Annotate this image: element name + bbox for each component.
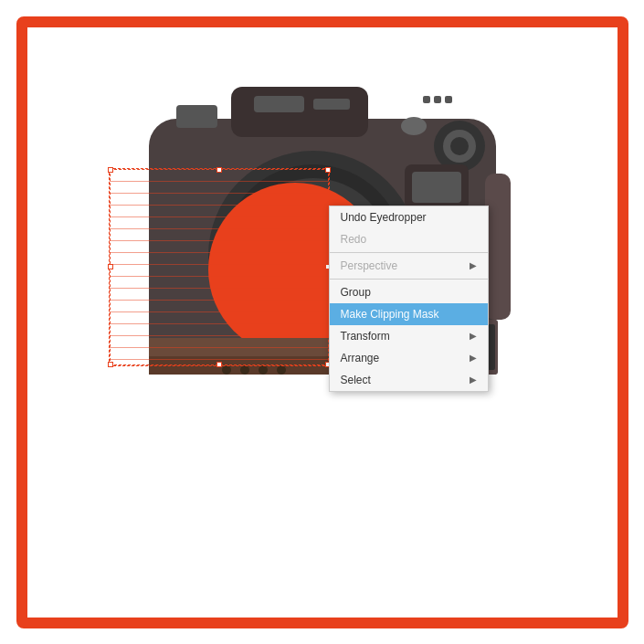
menu-item-transform[interactable]: Transform ▶ [330, 325, 488, 347]
transform-arrow-icon: ▶ [470, 331, 477, 341]
perspective-arrow-icon: ▶ [470, 260, 477, 270]
menu-label-make-clipping-mask: Make Clipping Mask [341, 308, 439, 321]
menu-label-redo: Redo [341, 233, 367, 246]
svg-rect-7 [176, 105, 217, 128]
select-arrow-icon: ▶ [470, 375, 477, 385]
svg-point-25 [277, 365, 286, 375]
menu-item-perspective[interactable]: Perspective ▶ [330, 255, 488, 277]
menu-separator-1 [330, 252, 488, 253]
menu-label-arrange: Arrange [341, 352, 380, 364]
handle-bm[interactable] [216, 362, 222, 367]
handle-bl[interactable] [108, 362, 113, 367]
menu-item-undo[interactable]: Undo Eyedropper [330, 206, 488, 228]
handle-tm[interactable] [216, 167, 222, 173]
svg-rect-19 [485, 174, 511, 320]
menu-label-select: Select [341, 374, 371, 386]
handle-ml[interactable] [108, 264, 113, 269]
canvas-area: Undo Eyedropper Redo Perspective ▶ Group… [27, 27, 618, 618]
svg-point-11 [401, 117, 427, 135]
outer-frame: Undo Eyedropper Redo Perspective ▶ Group… [16, 16, 628, 628]
menu-separator-2 [330, 279, 488, 280]
handle-tr[interactable] [325, 167, 331, 173]
svg-rect-3 [313, 99, 350, 110]
menu-item-redo: Redo [330, 228, 488, 250]
svg-rect-4 [423, 96, 430, 103]
menu-label-group: Group [341, 286, 371, 299]
menu-item-group[interactable]: Group [330, 281, 488, 303]
context-menu: Undo Eyedropper Redo Perspective ▶ Group… [329, 206, 489, 392]
svg-point-10 [450, 137, 469, 155]
svg-rect-18 [412, 172, 461, 203]
svg-point-22 [222, 365, 231, 375]
menu-label-undo: Undo Eyedropper [341, 211, 427, 224]
selection-box [110, 169, 329, 365]
svg-point-24 [259, 365, 268, 375]
svg-rect-5 [434, 96, 441, 103]
menu-label-transform: Transform [341, 330, 390, 343]
handle-tl[interactable] [108, 167, 113, 173]
svg-rect-2 [254, 96, 304, 112]
menu-item-select[interactable]: Select ▶ [330, 369, 488, 391]
svg-rect-6 [445, 96, 452, 103]
menu-item-make-clipping-mask[interactable]: Make Clipping Mask [330, 303, 488, 325]
arrange-arrow-icon: ▶ [470, 353, 477, 363]
menu-item-arrange[interactable]: Arrange ▶ [330, 347, 488, 369]
svg-point-23 [240, 365, 249, 375]
menu-label-perspective: Perspective [341, 259, 398, 272]
